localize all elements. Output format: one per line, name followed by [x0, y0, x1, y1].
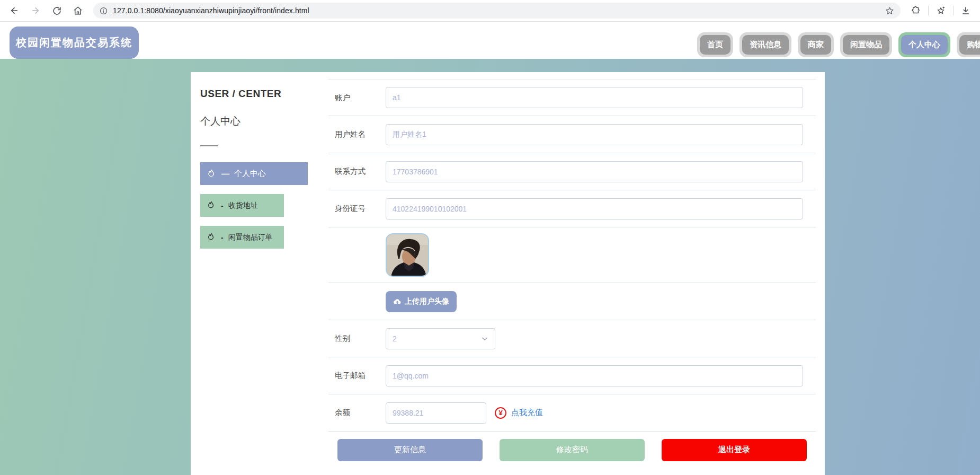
tab-home[interactable]: 首页 — [697, 32, 733, 57]
sidebar-menu: — 个人中心 - 收货地址 - 闲置物品订单 — [200, 162, 320, 249]
account-input[interactable] — [386, 87, 803, 108]
form-actions: 更新信息 修改密码 退出登录 — [328, 432, 816, 468]
sidebar-item-dash: — — [221, 169, 229, 178]
email-label: 电子邮箱 — [328, 371, 386, 381]
form-row-phone: 联系方式 — [328, 153, 816, 190]
sidebar-item-label: 个人中心 — [234, 169, 266, 179]
browser-toolbar: 127.0.0.1:8080/xiaoyuanxianzhiwupinjiaoy… — [0, 0, 980, 22]
form-row-username: 用户姓名 — [328, 116, 816, 153]
upload-avatar-button[interactable]: 上传用户头像 — [386, 291, 457, 312]
id-number-input[interactable] — [386, 198, 803, 219]
chevron-down-icon — [481, 335, 488, 342]
top-navigation: 首页 资讯信息 商家 闲置物品 个人中心 购物 — [697, 32, 980, 57]
balance-label: 余额 — [328, 408, 386, 418]
gender-label: 性别 — [328, 333, 386, 344]
form-row-avatar — [328, 227, 816, 283]
site-logo[interactable]: 校园闲置物品交易系统 — [10, 27, 139, 59]
sidebar-item-label: 闲置物品订单 — [228, 233, 273, 242]
url-text[interactable]: 127.0.0.1:8080/xiaoyuanxianzhiwupinjiaoy… — [113, 6, 880, 15]
address-bar[interactable]: 127.0.0.1:8080/xiaoyuanxianzhiwupinjiaoy… — [93, 3, 901, 19]
reload-icon[interactable] — [48, 2, 66, 20]
flame-icon — [206, 169, 217, 179]
sidebar-item-dash: - — [221, 201, 224, 210]
gender-value: 2 — [393, 335, 397, 343]
site-header: 校园闲置物品交易系统 首页 资讯信息 商家 闲置物品 个人中心 购物 — [0, 22, 980, 59]
profile-form: 账户 用户姓名 联系方式 身份证号 — [328, 72, 816, 475]
back-icon[interactable] — [5, 2, 23, 20]
gender-select[interactable]: 2 — [386, 328, 495, 349]
sidebar-item-personal-center[interactable]: — 个人中心 — [200, 162, 308, 185]
site-info-icon[interactable] — [100, 7, 108, 15]
sidebar-item-idle-item-orders[interactable]: - 闲置物品订单 — [200, 226, 284, 249]
account-label: 账户 — [328, 93, 386, 103]
toolbar-divider — [953, 6, 954, 15]
sidebar-section-title: USER / CENTER — [200, 88, 320, 100]
extensions-icon[interactable] — [907, 2, 925, 20]
cloud-upload-icon — [393, 297, 402, 306]
user-avatar — [386, 233, 429, 277]
toolbar-divider — [928, 6, 929, 15]
form-row-email: 电子邮箱 — [328, 357, 816, 394]
form-row-id-number: 身份证号 — [328, 190, 816, 227]
upload-avatar-label: 上传用户头像 — [405, 297, 449, 306]
sidebar-item-dash: - — [221, 233, 224, 242]
content-panel: USER / CENTER 个人中心 — 个人中心 - 收货地址 — [191, 72, 825, 475]
form-row-account: 账户 — [328, 79, 816, 116]
page-title: 个人中心 — [200, 115, 320, 128]
phone-input[interactable] — [386, 161, 803, 182]
sparkle-star-icon[interactable] — [932, 2, 950, 20]
sidebar-divider — [200, 145, 218, 146]
tab-cart[interactable]: 购物 — [957, 32, 980, 57]
home-icon[interactable] — [69, 2, 87, 20]
sidebar-item-shipping-address[interactable]: - 收货地址 — [200, 194, 284, 217]
sidebar: USER / CENTER 个人中心 — 个人中心 - 收货地址 — [191, 72, 320, 475]
phone-label: 联系方式 — [328, 166, 386, 177]
tab-idle-items[interactable]: 闲置物品 — [840, 32, 892, 57]
tab-personal-center[interactable]: 个人中心 — [898, 32, 950, 57]
tab-news[interactable]: 资讯信息 — [740, 32, 791, 57]
download-icon[interactable] — [957, 2, 975, 20]
balance-input[interactable] — [386, 402, 486, 424]
form-row-gender: 性别 2 — [328, 320, 816, 357]
flame-icon — [206, 232, 216, 242]
bookmark-star-icon[interactable] — [885, 6, 894, 15]
update-info-button[interactable]: 更新信息 — [337, 439, 483, 461]
recharge-link[interactable]: 点我充值 — [511, 408, 543, 418]
flame-icon — [206, 200, 216, 210]
form-row-upload: 上传用户头像 — [328, 283, 816, 320]
id-number-label: 身份证号 — [328, 204, 386, 214]
logout-button[interactable]: 退出登录 — [662, 439, 807, 461]
username-label: 用户姓名 — [328, 129, 386, 139]
change-password-button[interactable]: 修改密码 — [500, 439, 645, 461]
yuan-icon: ¥ — [495, 407, 506, 419]
username-input[interactable] — [386, 124, 803, 145]
tab-merchants[interactable]: 商家 — [798, 32, 834, 57]
sidebar-item-label: 收货地址 — [228, 201, 258, 210]
forward-icon[interactable] — [26, 2, 44, 20]
form-row-balance: 余额 ¥ 点我充值 — [328, 394, 816, 432]
email-input[interactable] — [386, 365, 803, 386]
